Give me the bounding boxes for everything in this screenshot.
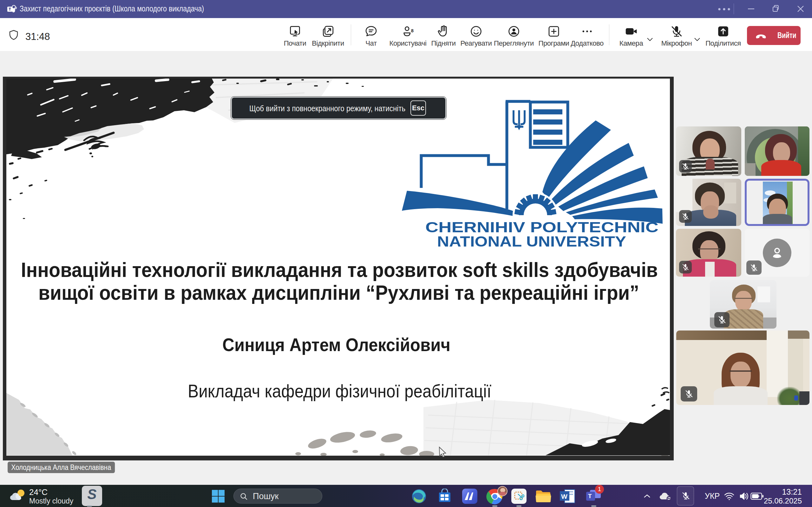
svg-text:NATIONAL UNIVERSITY: NATIONAL UNIVERSITY (437, 233, 626, 250)
svg-text:8: 8 (411, 28, 414, 33)
